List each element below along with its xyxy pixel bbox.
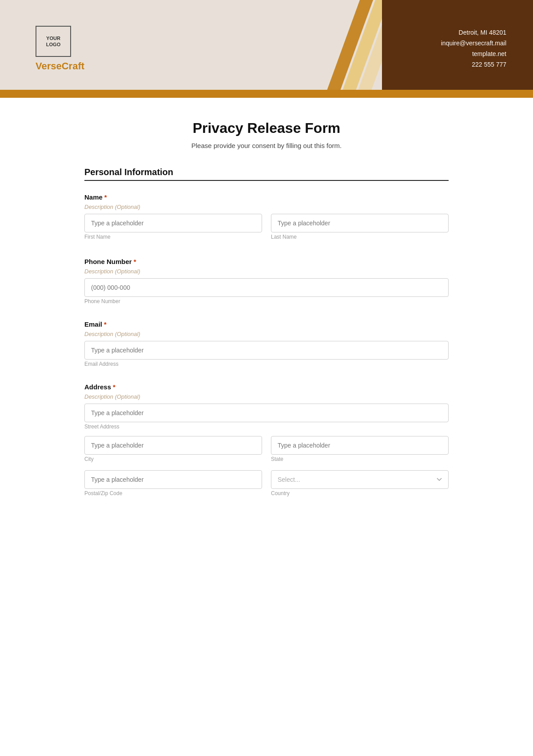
name-description: Description (Optional)	[84, 204, 449, 210]
email-description: Description (Optional)	[84, 331, 449, 337]
country-wrap: Select... United States Canada United Ki…	[271, 470, 449, 496]
form-title: Privacy Release Form	[84, 120, 449, 136]
city-input[interactable]	[84, 436, 262, 455]
name-row: First Name Last Name	[84, 214, 449, 242]
country-select[interactable]: Select... United States Canada United Ki…	[271, 470, 449, 489]
main-content: Privacy Release Form Please provide your…	[67, 98, 466, 541]
first-name-sublabel: First Name	[84, 234, 262, 240]
contact-website: template.net	[472, 49, 506, 60]
city-state-row: City State	[84, 436, 449, 464]
street-wrap: Street Address	[84, 404, 449, 430]
first-name-input[interactable]	[84, 214, 262, 232]
section-personal-title: Personal Information	[84, 167, 449, 181]
email-input[interactable]	[84, 341, 449, 360]
state-wrap: State	[271, 436, 449, 462]
email-wrap: Email Address	[84, 341, 449, 367]
street-input[interactable]	[84, 404, 449, 422]
logo-box: YOURLOGO	[36, 26, 71, 57]
address-label: Address*	[84, 383, 449, 391]
phone-field-group: Phone Number* Description (Optional) Pho…	[84, 258, 449, 304]
header-contact: Detroit, MI 48201 inquire@versecraft.mai…	[382, 0, 533, 98]
first-name-wrap: First Name	[84, 214, 262, 240]
name-field-group: Name* Description (Optional) First Name …	[84, 193, 449, 242]
street-sublabel: Street Address	[84, 424, 449, 430]
phone-description: Description (Optional)	[84, 268, 449, 275]
form-subtitle: Please provide your consent by filling o…	[84, 142, 449, 149]
postal-country-row: Postal/Zip Code Select... United States …	[84, 470, 449, 498]
city-sublabel: City	[84, 456, 262, 462]
state-input[interactable]	[271, 436, 449, 455]
last-name-input[interactable]	[271, 214, 449, 232]
phone-sublabel: Phone Number	[84, 298, 449, 304]
city-wrap: City	[84, 436, 262, 462]
postal-sublabel: Postal/Zip Code	[84, 490, 262, 496]
last-name-wrap: Last Name	[271, 214, 449, 240]
address-description: Description (Optional)	[84, 393, 449, 400]
postal-input[interactable]	[84, 470, 262, 489]
email-sublabel: Email Address	[84, 361, 449, 367]
contact-phone: 222 555 777	[472, 60, 506, 70]
header-stripes	[302, 0, 391, 98]
header-bottom-bar	[0, 90, 533, 98]
brand-name: VerseCraft	[36, 60, 293, 72]
state-sublabel: State	[271, 456, 449, 462]
phone-label: Phone Number*	[84, 258, 449, 265]
logo-text: YOURLOGO	[46, 35, 60, 48]
name-label: Name*	[84, 193, 449, 201]
contact-address: Detroit, MI 48201	[459, 28, 506, 38]
page-header: YOURLOGO VerseCraft Detroit, MI 48201 in…	[0, 0, 533, 98]
country-sublabel: Country	[271, 490, 449, 496]
name-required: *	[104, 193, 107, 201]
email-field-group: Email* Description (Optional) Email Addr…	[84, 320, 449, 367]
address-field-group: Address* Description (Optional) Street A…	[84, 383, 449, 498]
email-label: Email*	[84, 320, 449, 328]
phone-wrap: Phone Number	[84, 278, 449, 304]
phone-required: *	[134, 258, 136, 265]
contact-email: inquire@versecraft.mail	[441, 38, 506, 49]
email-required: *	[104, 320, 107, 328]
last-name-sublabel: Last Name	[271, 234, 449, 240]
header-left: YOURLOGO VerseCraft	[0, 0, 293, 98]
phone-input[interactable]	[84, 278, 449, 297]
postal-wrap: Postal/Zip Code	[84, 470, 262, 496]
address-required: *	[113, 383, 115, 391]
